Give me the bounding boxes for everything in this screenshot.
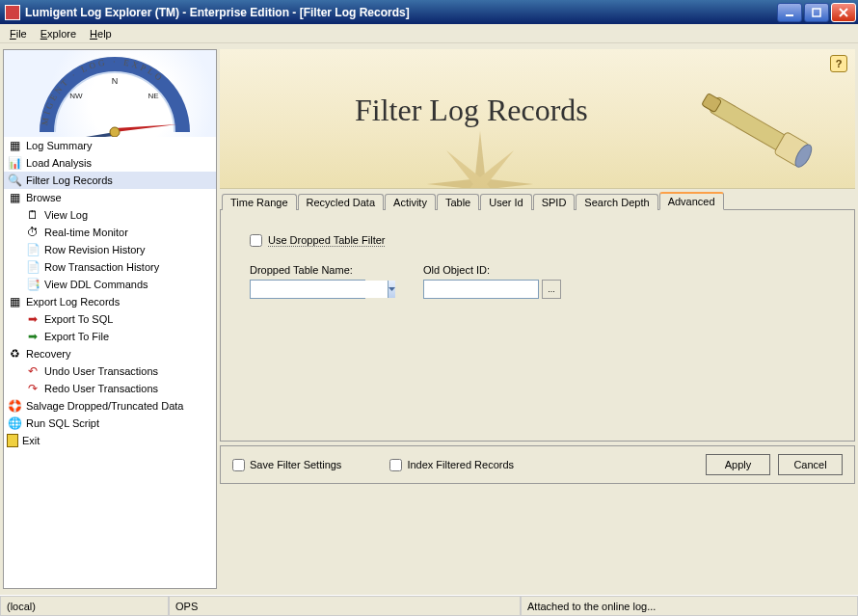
nav-redo-user-transactions[interactable]: ↷Redo User Transactions — [4, 380, 216, 397]
nav-realtime-monitor[interactable]: ⏱Real-time Monitor — [4, 224, 216, 241]
maximize-button[interactable] — [804, 3, 829, 22]
cancel-button[interactable]: Cancel — [778, 454, 843, 475]
nav-load-analysis[interactable]: 📊Load Analysis — [4, 154, 216, 172]
chevron-down-icon[interactable] — [388, 281, 395, 298]
status-db: OPS — [169, 596, 521, 616]
nav-label: Redo User Transactions — [44, 383, 158, 394]
nav-view-ddl-commands[interactable]: 📑View DDL Commands — [4, 276, 216, 293]
help-button[interactable]: ? — [830, 55, 847, 72]
nav-run-sql-script[interactable]: 🌐Run SQL Script — [4, 415, 216, 432]
nav-label: Filter Log Records — [26, 174, 113, 186]
nav-label: Export To File — [44, 331, 109, 342]
svg-marker-5 — [115, 124, 177, 132]
nav-label: Undo User Transactions — [44, 365, 158, 377]
spyglass-decoration — [686, 73, 831, 189]
save-filter-settings-label: Save Filter Settings — [250, 459, 341, 470]
arrow-icon: ➡ — [25, 329, 40, 344]
nav-label: Export To SQL — [44, 313, 113, 325]
svg-text:N: N — [112, 76, 119, 86]
nav-label: Run SQL Script — [26, 417, 99, 429]
tab-spid[interactable]: SPID — [533, 194, 576, 210]
apply-button[interactable]: Apply — [706, 454, 770, 475]
clock-icon: ⏱ — [25, 225, 40, 240]
nav-row-revision-history[interactable]: 📄Row Revision History — [4, 241, 216, 258]
dropped-table-name-input[interactable] — [251, 281, 388, 298]
tab-recycled-data[interactable]: Recycled Data — [298, 194, 385, 210]
tab-search-depth[interactable]: Search Depth — [576, 194, 657, 210]
grid-icon: ▦ — [7, 138, 22, 153]
svg-point-7 — [110, 127, 120, 137]
nav-recovery[interactable]: ♻Recovery — [4, 345, 216, 362]
window-buttons — [777, 3, 856, 22]
svg-rect-1 — [813, 9, 820, 16]
nav-exit[interactable]: Exit — [4, 432, 216, 449]
nav-label: Row Revision History — [44, 244, 146, 255]
svg-marker-19 — [389, 287, 395, 291]
nav-label: View Log — [44, 209, 88, 221]
nav-export-log-records[interactable]: ▦Export Log Records — [4, 293, 216, 310]
chart-icon: 📊 — [7, 155, 22, 171]
svg-text:MIGENT · LOG · EXPLO: MIGENT · LOG · EXPLO — [40, 57, 166, 126]
use-dropped-table-filter-label: Use Dropped Table Filter — [268, 234, 385, 247]
svg-text:NW: NW — [69, 92, 83, 100]
nav-label: Export Log Records — [26, 296, 120, 308]
filter-icon: 🔍 — [7, 173, 22, 188]
nav-export-to-sql[interactable]: ➡Export To SQL — [4, 310, 216, 328]
arrow-icon: ➡ — [25, 311, 40, 327]
browse-button[interactable]: ... — [542, 280, 561, 299]
nav-log-summary[interactable]: ▦Log Summary — [4, 137, 216, 154]
compass-rose-decoration — [422, 126, 538, 189]
nav-label: Recovery — [26, 348, 70, 360]
nav-salvage-dropped[interactable]: 🛟Salvage Dropped/Truncated Data — [4, 397, 216, 415]
nav-undo-user-transactions[interactable]: ↶Undo User Transactions — [4, 362, 216, 380]
menubar: File Explore Help — [0, 24, 858, 43]
salvage-icon: 🛟 — [7, 398, 22, 414]
doc-icon: 📄 — [25, 242, 40, 257]
status-message: Attached to the online log... — [521, 596, 858, 616]
dropped-table-name-label: Dropped Table Name: — [250, 264, 365, 276]
minimize-button[interactable] — [777, 3, 802, 22]
tab-activity[interactable]: Activity — [385, 194, 436, 210]
export-icon: ▦ — [7, 294, 22, 309]
nav-label: Browse — [26, 192, 62, 203]
page-title: Filter Log Records — [355, 93, 588, 128]
browse-icon: ▦ — [7, 190, 22, 205]
menu-help[interactable]: Help — [83, 26, 119, 41]
menu-file[interactable]: File — [3, 26, 34, 41]
tab-advanced[interactable]: Advanced — [659, 192, 724, 210]
nav-browse[interactable]: ▦Browse — [4, 189, 216, 206]
nav-label: Salvage Dropped/Truncated Data — [26, 400, 183, 412]
nav-label: Exit — [22, 435, 40, 446]
tab-user-id[interactable]: User Id — [480, 194, 531, 210]
old-object-id-label: Old Object ID: — [423, 264, 561, 276]
redo-icon: ↷ — [25, 381, 40, 396]
nav-label: Load Analysis — [26, 157, 92, 169]
dropped-table-name-combo[interactable] — [250, 280, 365, 299]
close-button[interactable] — [831, 3, 856, 22]
tab-content-advanced: Use Dropped Table Filter Dropped Table N… — [220, 210, 855, 442]
nav-row-transaction-history[interactable]: 📄Row Transaction History — [4, 258, 216, 276]
index-filtered-records-label: Index Filtered Records — [407, 459, 514, 470]
old-object-id-input[interactable] — [423, 280, 539, 299]
save-filter-settings-checkbox[interactable] — [232, 459, 245, 471]
app-icon — [5, 5, 20, 20]
undo-icon: ↶ — [25, 363, 40, 379]
use-dropped-table-filter-checkbox[interactable] — [250, 234, 262, 247]
svg-marker-6 — [57, 132, 115, 137]
nav-view-log[interactable]: 🗒View Log — [4, 206, 216, 224]
nav-label: Row Transaction History — [44, 261, 159, 273]
tab-table[interactable]: Table — [437, 194, 479, 210]
nav-filter-log-records[interactable]: 🔍Filter Log Records — [4, 172, 216, 189]
status-server: (local) — [0, 596, 169, 616]
log-icon: 🗒 — [25, 207, 40, 223]
nav-export-to-file[interactable]: ➡Export To File — [4, 328, 216, 345]
right-pane: ? Filter Log Records Time — [220, 49, 855, 589]
index-filtered-records-checkbox[interactable] — [389, 459, 402, 471]
globe-icon: 🌐 — [7, 415, 22, 431]
statusbar: (local) OPS Attached to the online log..… — [0, 595, 858, 616]
menu-explore[interactable]: Explore — [34, 26, 83, 41]
tab-time-range[interactable]: Time Range — [222, 194, 297, 210]
sidebar: MIGENT · LOG · EXPLO N NW NE ▦Log Summar… — [3, 49, 217, 589]
recovery-icon: ♻ — [7, 346, 22, 362]
nav-label: Real-time Monitor — [44, 227, 128, 238]
